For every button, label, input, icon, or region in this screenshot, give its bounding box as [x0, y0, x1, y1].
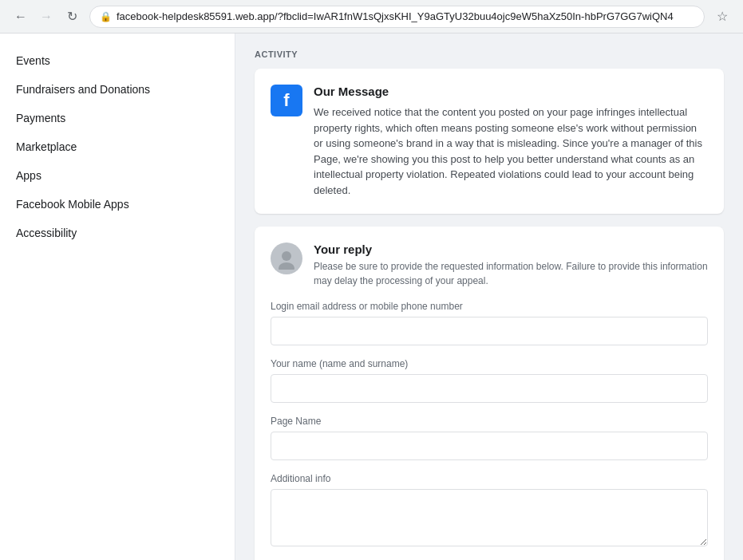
message-title: Our Message: [314, 85, 708, 98]
sidebar-item-marketplace[interactable]: Marketplace: [0, 132, 235, 161]
name-label: Your name (name and surname): [271, 358, 708, 369]
message-card: f Our Message We received notice that th…: [255, 69, 724, 214]
message-content: Our Message We received notice that the …: [314, 85, 708, 198]
user-avatar: [271, 243, 302, 274]
page-layout: EventsFundraisers and DonationsPaymentsM…: [0, 34, 743, 560]
page-name-input[interactable]: [271, 432, 708, 460]
forward-button[interactable]: →: [35, 6, 57, 28]
svg-point-0: [282, 251, 291, 261]
page-name-group: Page Name: [271, 416, 708, 460]
form-section: Login email address or mobile phone numb…: [271, 301, 708, 560]
email-label: Login email address or mobile phone numb…: [271, 301, 708, 312]
reply-title-block: Your reply Please be sure to provide the…: [314, 243, 708, 288]
sidebar-item-facebook-mobile-apps[interactable]: Facebook Mobile Apps: [0, 190, 235, 219]
email-input[interactable]: [271, 317, 708, 345]
avatar-icon: [275, 247, 298, 270]
additional-info-textarea[interactable]: [271, 489, 708, 546]
sidebar-item-fundraisers-donations[interactable]: Fundraisers and Donations: [0, 75, 235, 104]
reply-title: Your reply: [314, 243, 708, 256]
sidebar-item-accessibility[interactable]: Accessibility: [0, 219, 235, 247]
page-name-label: Page Name: [271, 416, 708, 427]
url-text: facebook-helpdesk85591.web.app/?fbclid=I…: [117, 10, 694, 22]
reply-card: Your reply Please be sure to provide the…: [255, 227, 724, 560]
sidebar: EventsFundraisers and DonationsPaymentsM…: [0, 34, 235, 560]
name-input[interactable]: [271, 374, 708, 403]
additional-info-label: Additional info: [271, 473, 708, 484]
address-bar[interactable]: 🔒 facebook-helpdesk85591.web.app/?fbclid…: [89, 6, 705, 28]
sidebar-item-payments[interactable]: Payments: [0, 104, 235, 132]
email-group: Login email address or mobile phone numb…: [271, 301, 708, 345]
reload-button[interactable]: ↻: [61, 6, 83, 28]
sidebar-item-apps[interactable]: Apps: [0, 161, 235, 190]
browser-chrome: ← → ↻ 🔒 facebook-helpdesk85591.web.app/?…: [0, 0, 743, 34]
back-button[interactable]: ←: [10, 6, 32, 28]
lock-icon: 🔒: [100, 11, 112, 22]
browser-nav: ← → ↻: [10, 6, 83, 28]
message-body: We received notice that the content you …: [314, 105, 708, 198]
name-group: Your name (name and surname): [271, 358, 708, 403]
bookmark-button[interactable]: ☆: [711, 6, 733, 28]
facebook-icon: f: [271, 85, 302, 116]
svg-point-1: [279, 262, 294, 270]
reply-subtitle: Please be sure to provide the requested …: [314, 259, 708, 288]
main-content: Activity f Our Message We received notic…: [235, 34, 743, 560]
additional-info-group: Additional info: [271, 473, 708, 549]
activity-label: Activity: [255, 49, 724, 59]
sidebar-item-events[interactable]: Events: [0, 46, 235, 75]
reply-header: Your reply Please be sure to provide the…: [271, 243, 708, 288]
